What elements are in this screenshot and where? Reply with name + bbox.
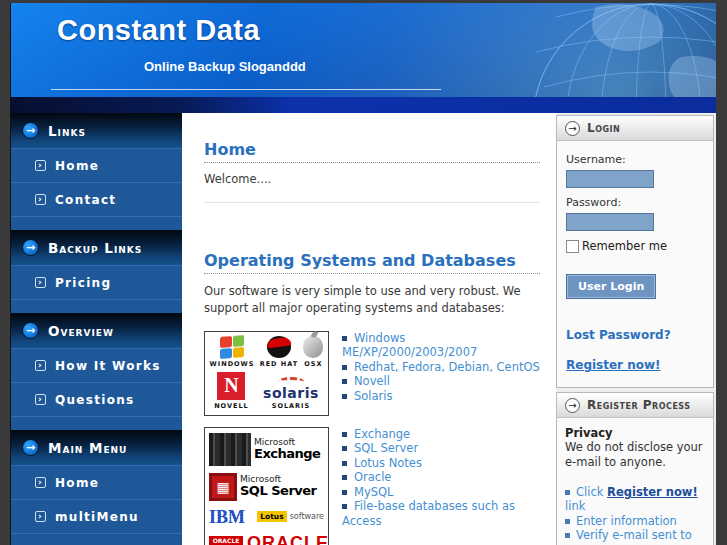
windows-logo: WINDOWS [210,336,255,368]
square-bullet [342,432,347,437]
arrow-circle-icon: → [22,239,39,256]
db-link-oracle[interactable]: Oracle [342,470,540,485]
db-link-exchange[interactable]: Exchange [342,427,540,442]
nav-header-label: Backup Links [48,240,142,256]
os-link-windows[interactable]: Windows ME/XP/2000/2003/2007 [342,331,540,360]
login-box: → Login Username: Password: Remember me … [556,115,714,388]
nav-band [11,97,716,113]
db-link-list: Exchange SQL Server Lotus Notes Oracle M… [342,427,540,545]
register-step: Click Register now! link [565,485,705,514]
novell-icon: N [217,372,245,400]
sidebar-item-label: Contact [55,193,116,207]
os-link-novell[interactable]: Novell [342,374,540,389]
nav-section-main-menu: → Main Menu › Home › multiMenu [11,430,182,545]
os-section-intro: Our software is very simple to use and v… [204,283,524,318]
username-label: Username: [566,153,704,166]
db-link-mysql[interactable]: MySQL [342,485,540,500]
login-box-header: → Login [557,116,713,141]
user-login-button[interactable]: User Login [566,274,656,299]
sql-server-icon: ▦ [209,473,237,501]
username-input[interactable] [566,170,654,188]
arrow-circle-icon: → [565,398,580,413]
square-bullet [342,475,347,480]
server-photo-thumb [209,433,251,466]
os-link-redhat[interactable]: Redhat, Fedora, Debian, CentOS [342,360,540,375]
arrow-circle-icon: → [565,121,580,136]
arrow-box-icon: › [35,360,46,371]
sidebar-item-label: Home [55,159,99,173]
nav-header-label: Overview [48,323,114,339]
nav-section-backup-links: → Backup Links › Pricing [11,230,182,313]
sidebar-item-home-2[interactable]: › Home [11,466,182,500]
redhat-hat-icon [267,336,291,358]
password-label: Password: [566,196,704,209]
square-bullet [342,394,347,399]
welcome-text: Welcome.... [204,172,540,186]
sidebar-item-label: Pricing [55,276,111,290]
sidebar-item-pricing[interactable]: › Pricing [11,266,182,300]
exchange-logo: Microsoft Exchange [209,433,324,466]
os-section-title: Operating Systems and Databases [204,251,540,270]
arrow-box-icon: › [35,394,46,405]
dotted-divider [204,273,540,274]
arrow-box-icon: › [35,160,46,171]
lost-password-link[interactable]: Lost Password? [566,328,704,342]
redhat-logo: RED HAT [260,336,299,368]
square-bullet [342,365,347,370]
register-step: Verify e-mail sent to you [565,528,705,545]
sidebar-item-how-it-works[interactable]: › How It Works [11,349,182,383]
sidebar-item-contact[interactable]: › Contact [11,183,182,217]
sidebar-item-questions[interactable]: › Questions [11,383,182,417]
arrow-circle-icon: → [22,439,39,456]
privacy-text: We do not disclose your e-mail to anyone… [565,440,705,470]
register-steps-list: Click Register now! link Enter informati… [565,485,705,545]
sidebar-item-label: Home [55,476,99,490]
square-bullet [342,336,347,341]
dotted-divider [204,162,540,163]
windows-flag-icon [220,334,244,358]
register-step: Enter information [565,514,705,529]
header-banner: Constant Data Online Backup Sloganddd [11,3,716,97]
nav-header-label: Main Menu [48,440,127,456]
db-media-row: Microsoft Exchange ▦ Microsoft SQL Serve… [204,427,540,545]
db-link-file-base[interactable]: File-base databases such as Access [342,499,540,528]
square-bullet [342,504,347,509]
os-link-list: Windows ME/XP/2000/2003/2007 Redhat, Fed… [342,331,540,416]
square-bullet [565,519,570,524]
page: Constant Data Online Backup Sloganddd → … [10,3,716,545]
sidebar-item-home[interactable]: › Home [11,149,182,183]
password-input[interactable] [566,213,654,231]
register-now-link[interactable]: Register now! [566,358,661,372]
nav-header-backup-links[interactable]: → Backup Links [11,230,182,266]
os-link-solaris[interactable]: Solaris [342,389,540,404]
arrow-circle-icon: → [22,122,39,139]
sidebar-item-multimenu[interactable]: › multiMenu [11,500,182,534]
content-row: → Links › Home › Contact → Backup Links [11,113,716,545]
db-link-sql-server[interactable]: SQL Server [342,441,540,456]
osx-logo: OSX [303,336,323,368]
arrow-box-icon: › [35,194,46,205]
arrow-box-icon: › [35,277,46,288]
db-logos-image: Microsoft Exchange ▦ Microsoft SQL Serve… [204,427,329,545]
apple-icon [303,336,323,358]
remember-me-label: Remember me [582,239,667,253]
db-link-lotus-notes[interactable]: Lotus Notes [342,456,540,471]
register-process-title: Register Process [587,398,691,412]
arrow-box-icon: › [35,477,46,488]
remember-me-checkbox[interactable] [566,240,579,253]
arrow-circle-icon: → [22,322,39,339]
globe-graphic [446,3,716,97]
solaris-logo: solaris SOLARIS [263,377,319,410]
square-bullet [565,533,570,538]
register-process-box: → Register Process Privacy We do not dis… [556,392,714,545]
slogan-underline [51,89,441,90]
oracle-logo: ORACLE Technology ORACLE [209,533,324,545]
register-process-header: → Register Process [557,393,713,418]
remember-me-row: Remember me [566,239,704,253]
os-media-row: WINDOWS RED HAT OSX N [204,331,540,416]
register-now-step-link[interactable]: Register now! [607,485,698,499]
site-slogan: Online Backup Sloganddd [144,59,306,74]
nav-header-overview[interactable]: → Overview [11,313,182,349]
nav-header-links[interactable]: → Links [11,113,182,149]
nav-header-main-menu[interactable]: → Main Menu [11,430,182,466]
